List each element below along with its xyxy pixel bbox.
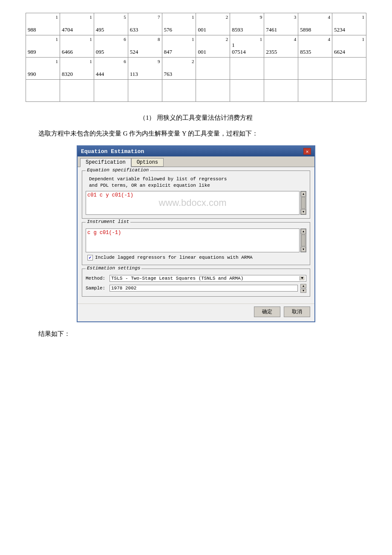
dialog-footer: 确定 取消 — [78, 304, 314, 321]
equation-spec-label: Equation specification — [86, 168, 150, 173]
sample-row: Sample: 1978 2002 ▲ ▼ — [86, 284, 306, 293]
table-cell: 15234 — [332, 13, 366, 35]
instrument-value[interactable]: c g c01(-1) — [87, 230, 121, 236]
table-cell: 9113 — [128, 58, 162, 80]
checkbox-label: Include lagged regressors for linear equ… — [95, 255, 253, 260]
table-cell: 42355 — [264, 35, 298, 58]
table-cell: 45898 — [298, 13, 332, 35]
table-cell: 2001 — [196, 35, 230, 58]
eq-desc-line1: Dependent variable followed by list of r… — [89, 176, 306, 189]
table-cell — [162, 80, 196, 102]
table-cell — [264, 80, 298, 102]
sample-down-arrow[interactable]: ▼ — [300, 289, 306, 293]
equation-spec-group: Equation specification Dependent variabl… — [82, 171, 310, 219]
eq-input-area: c01 c y c01(-1) www.bdocx.com ▲ ▼ — [86, 191, 306, 215]
method-dropdown-arrow[interactable]: ▼ — [300, 276, 305, 280]
table-cell — [128, 80, 162, 102]
table-cell — [298, 80, 332, 102]
sample-input-wrapper: 1978 2002 — [110, 285, 298, 292]
table-cell — [60, 80, 94, 102]
table-cell — [94, 80, 128, 102]
instrument-label: Instrument list — [86, 219, 130, 224]
table-cell: 1107514 — [230, 35, 264, 58]
instrument-textarea-wrapper: c g c01(-1) — [86, 228, 300, 252]
sample-arrows: ▲ ▼ — [300, 284, 306, 293]
table-cell: 1990 — [26, 58, 60, 80]
table-cell — [264, 58, 298, 80]
cancel-button[interactable]: 取消 — [284, 306, 310, 317]
checkbox-row: ✔ Include lagged regressors for linear e… — [86, 254, 306, 261]
table-cell: 18320 — [60, 58, 94, 80]
ok-button[interactable]: 确定 — [254, 306, 280, 317]
scroll-up-arrow[interactable]: ▲ — [301, 191, 306, 197]
table-cell: 7633 — [128, 13, 162, 35]
table-cell — [230, 80, 264, 102]
dialog-tabs: Specification Options — [78, 156, 314, 167]
lagged-regressors-checkbox[interactable]: ✔ — [87, 255, 93, 260]
table-cell: 1576 — [162, 13, 196, 35]
table-cell: 2763 — [162, 58, 196, 80]
table-cell: 6095 — [94, 35, 128, 58]
table-cell — [332, 58, 366, 80]
table-cell: 6444 — [94, 58, 128, 80]
dialog-body: Equation specification Dependent variabl… — [78, 167, 314, 304]
method-label: Method: — [86, 276, 107, 281]
eq-scrollbar[interactable]: ▲ ▼ — [300, 191, 306, 215]
table-cell — [196, 80, 230, 102]
dialog-title: Equation Estimation — [81, 148, 144, 155]
table-cell: 1988 — [26, 13, 60, 35]
section-para: 选取方程中未包含的先决变量 G 作为内生解释变量 Y 的工具变量，过程如下： — [26, 128, 366, 139]
instrument-scroll-thumb[interactable] — [301, 234, 306, 246]
table-cell: 14704 — [60, 13, 94, 35]
instrument-input-area: c g c01(-1) ▲ ▼ — [86, 228, 306, 252]
dialog-titlebar: Equation Estimation ✕ — [78, 146, 314, 156]
estimation-group: Estimation settings Method: TSLS - Two-S… — [82, 269, 310, 297]
data-table: 1988147045495763315762001985933746145898… — [26, 13, 366, 102]
table-cell: 16624 — [332, 35, 366, 58]
equation-estimation-dialog: Equation Estimation ✕ Specification Opti… — [77, 145, 315, 322]
table-cell — [26, 80, 60, 102]
instrument-scroll-down[interactable]: ▼ — [301, 247, 306, 252]
estimation-label: Estimation settings — [86, 266, 141, 271]
scroll-thumb[interactable] — [301, 197, 306, 209]
method-select[interactable]: TSLS - Two-Stage Least Squares (TSNLS an… — [110, 275, 306, 282]
tab-options[interactable]: Options — [131, 158, 164, 167]
table-cell: 5495 — [94, 13, 128, 35]
table-cell — [332, 80, 366, 102]
instrument-scroll-up[interactable]: ▲ — [301, 229, 306, 234]
method-value: TSLS - Two-Stage Least Squares (TSNLS an… — [111, 276, 243, 281]
table-cell: 1989 — [26, 35, 60, 58]
table-cell — [196, 58, 230, 80]
dialog-wrapper: Equation Estimation ✕ Specification Opti… — [26, 145, 366, 322]
table-cell: 37461 — [264, 13, 298, 35]
instrument-textarea[interactable]: c g c01(-1) — [86, 228, 300, 252]
sample-up-arrow[interactable]: ▲ — [300, 284, 306, 288]
instrument-group: Instrument list c g c01(-1) ▲ ▼ ✔ — [82, 222, 310, 265]
table-cell: 16466 — [60, 35, 94, 58]
table-cell: 2001 — [196, 13, 230, 35]
sample-value[interactable]: 1978 2002 — [111, 286, 136, 291]
method-row: Method: TSLS - Two-Stage Least Squares (… — [86, 275, 306, 282]
table-cell: 98593 — [230, 13, 264, 35]
watermark: www.bdocx.com — [159, 197, 227, 208]
table-cell: 8524 — [128, 35, 162, 58]
section-title: （1） 用狭义的工具变量法估计消费方程 — [26, 114, 366, 122]
dialog-close-button[interactable]: ✕ — [303, 148, 311, 155]
equation-textarea-wrapper: c01 c y c01(-1) www.bdocx.com — [86, 191, 300, 215]
tab-specification[interactable]: Specification — [80, 158, 131, 167]
table-cell — [298, 58, 332, 80]
sample-label: Sample: — [86, 286, 107, 291]
instrument-scrollbar[interactable]: ▲ ▼ — [300, 228, 306, 252]
table-cell: 48535 — [298, 35, 332, 58]
table-cell: 1847 — [162, 35, 196, 58]
result-label: 结果如下： — [26, 330, 366, 338]
scroll-down-arrow[interactable]: ▼ — [301, 209, 306, 214]
equation-textarea[interactable]: c01 c y c01(-1) www.bdocx.com — [86, 191, 300, 215]
table-cell — [230, 58, 264, 80]
equation-value[interactable]: c01 c y c01(-1) — [87, 192, 133, 198]
